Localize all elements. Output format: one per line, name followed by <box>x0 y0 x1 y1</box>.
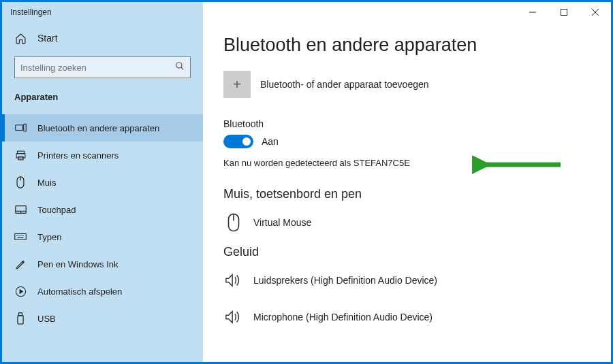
sidebar-item-pen[interactable]: Pen en Windows Ink <box>2 250 203 278</box>
add-device-button[interactable]: + Bluetooth- of ander apparaat toevoegen <box>223 71 591 98</box>
touchpad-icon <box>14 203 27 216</box>
window-controls <box>517 2 611 22</box>
bluetooth-detect-text: Kan nu worden gedetecteerd als STEFAN7C5… <box>223 158 591 168</box>
sidebar-item-label: Bluetooth en andere apparaten <box>37 123 159 133</box>
close-icon <box>592 9 599 16</box>
page-title: Bluetooth en andere apparaten <box>223 35 591 56</box>
pen-icon <box>14 258 27 270</box>
sidebar-item-label: Pen en Windows Ink <box>37 259 119 269</box>
device-label: Luidsprekers (High Definition Audio Devi… <box>253 275 437 286</box>
sidebar-item-label: Printers en scanners <box>37 150 119 161</box>
search-box[interactable] <box>14 56 191 78</box>
autoplay-icon <box>14 285 27 297</box>
sidebar-item-printers[interactable]: Printers en scanners <box>2 142 203 169</box>
printer-icon <box>14 149 27 161</box>
search-icon <box>175 61 185 73</box>
device-label: Virtual Mouse <box>253 217 311 228</box>
bluetooth-toggle[interactable] <box>223 135 253 148</box>
nav-list: Bluetooth en andere apparaten Printers e… <box>2 114 203 332</box>
home-icon <box>14 32 27 44</box>
svg-line-5 <box>181 67 184 70</box>
sidebar: Start Apparaten Bluetooth en andere appa… <box>2 22 203 362</box>
maximize-button[interactable] <box>548 2 580 22</box>
titlebar: Instellingen <box>2 2 611 22</box>
svg-rect-1 <box>561 10 567 16</box>
sidebar-item-mouse[interactable]: Muis <box>2 169 203 196</box>
speaker-icon <box>223 307 244 327</box>
plus-icon: + <box>223 71 251 98</box>
search-input[interactable] <box>20 63 175 73</box>
svg-rect-7 <box>23 124 26 131</box>
svg-rect-6 <box>15 125 22 131</box>
maximize-icon <box>561 9 567 16</box>
settings-window: Instellingen Start <box>2 2 611 362</box>
svg-rect-16 <box>15 234 27 240</box>
sidebar-item-label: USB <box>37 314 56 324</box>
sidebar-item-label: Automatisch afspelen <box>37 286 122 297</box>
sidebar-item-label: Touchpad <box>37 205 76 215</box>
sidebar-item-label: Muis <box>37 178 56 188</box>
svg-point-4 <box>176 63 182 68</box>
home-link[interactable]: Start <box>2 25 203 51</box>
device-microphone[interactable]: Microphone (High Definition Audio Device… <box>223 303 591 340</box>
minimize-icon <box>529 9 536 16</box>
bluetooth-heading: Bluetooth <box>223 118 591 129</box>
svg-rect-23 <box>19 313 22 316</box>
mouse-icon <box>14 176 27 188</box>
sidebar-item-touchpad[interactable]: Touchpad <box>2 196 203 223</box>
main-panel: Bluetooth en andere apparaten + Bluetoot… <box>203 22 611 362</box>
group-mouse-heading: Muis, toetsenbord en pen <box>223 187 591 201</box>
bluetooth-toggle-row: Aan <box>223 135 591 148</box>
device-label: Microphone (High Definition Audio Device… <box>253 312 433 322</box>
usb-icon <box>14 312 27 325</box>
sidebar-item-usb[interactable]: USB <box>2 305 203 332</box>
keyboard-icon <box>14 231 27 243</box>
mouse-icon <box>223 212 244 233</box>
svg-rect-9 <box>16 153 25 157</box>
devices-icon <box>14 122 27 134</box>
sidebar-item-typing[interactable]: Typen <box>2 223 203 250</box>
sidebar-item-autoplay[interactable]: Automatisch afspelen <box>2 278 203 305</box>
add-device-label: Bluetooth- of ander apparaat toevoegen <box>260 79 429 90</box>
sidebar-item-label: Typen <box>37 232 61 242</box>
minimize-button[interactable] <box>517 2 548 22</box>
device-virtual-mouse[interactable]: Virtual Mouse <box>223 208 591 245</box>
bluetooth-state: Aan <box>262 136 279 147</box>
home-label: Start <box>37 33 58 44</box>
svg-rect-24 <box>18 316 23 324</box>
group-sound-heading: Geluid <box>223 245 591 259</box>
window-title: Instellingen <box>2 7 52 17</box>
device-speakers[interactable]: Luidsprekers (High Definition Audio Devi… <box>223 266 591 303</box>
close-button[interactable] <box>580 2 611 22</box>
section-heading: Apparaten <box>2 88 203 109</box>
sidebar-item-bluetooth[interactable]: Bluetooth en andere apparaten <box>2 114 203 142</box>
content: Start Apparaten Bluetooth en andere appa… <box>2 22 611 362</box>
speaker-icon <box>223 270 244 291</box>
